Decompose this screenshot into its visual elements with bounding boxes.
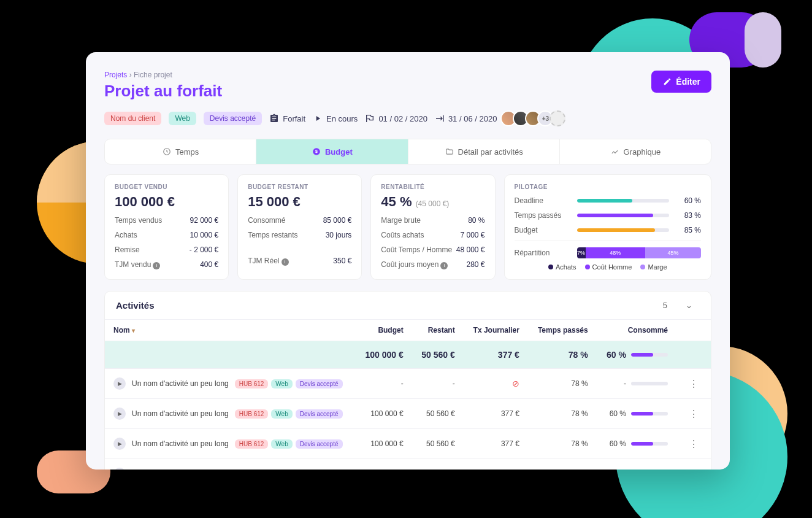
project-card: Projets › Fiche projet Projet au forfait… (86, 52, 730, 470)
expand-button[interactable]: ▶ (113, 408, 126, 420)
meta-state: En cours (313, 114, 358, 123)
svg-text:$: $ (315, 149, 318, 154)
meta-start-date: 01 / 02 / 2020 (365, 114, 427, 123)
activities-table: Nom▾ Budget Restant Tx Journalier Temps … (105, 320, 711, 470)
table-row: ▶Un nom d'activité un peu longHUB 612Web… (105, 459, 711, 470)
kpi-title: PILOTAGE (515, 184, 702, 190)
chip-tech[interactable]: Web (169, 112, 196, 125)
expand-button[interactable]: ▶ (113, 438, 126, 450)
col-restant[interactable]: Restant (412, 320, 464, 341)
chevron-down-icon: ⌄ (686, 301, 692, 310)
folder-icon (445, 147, 454, 157)
tab-detail[interactable]: Détail par activités (408, 139, 560, 164)
chip-status[interactable]: Devis accepté (204, 112, 262, 125)
chip-client[interactable]: Nom du client (104, 112, 161, 125)
kpi-budget-restant: BUDGET RESTANT 15 000 € Consommé85 000 €… (237, 174, 362, 280)
dollar-icon: $ (312, 147, 321, 157)
kpi-title: BUDGET VENDU (115, 184, 218, 190)
col-consomme[interactable]: Consommé (597, 320, 676, 341)
kpi-pilotage: PILOTAGE Deadline60 %Temps passés83 %Bud… (504, 174, 712, 280)
page-title: Projet au forfait (104, 82, 222, 101)
chart-icon (610, 147, 620, 157)
flag-start-icon (365, 114, 375, 123)
avatar-stack[interactable]: +3 (504, 110, 565, 126)
table-row: ▶Un nom d'activité un peu longHUB 612Web… (105, 399, 711, 429)
kpi-budget-vendu: BUDGET VENDU 100 000 € Temps vendus92 00… (104, 174, 229, 280)
edit-button[interactable]: Éditer (651, 71, 711, 93)
col-tx[interactable]: Tx Journalier (464, 320, 528, 341)
col-budget[interactable]: Budget (356, 320, 412, 341)
breadcrumb: Projets › Fiche projet (104, 71, 222, 79)
expand-button[interactable]: ▶ (113, 468, 126, 470)
table-row: ▶Un nom d'activité un peu longHUB 612Web… (105, 429, 711, 459)
pencil-icon (662, 77, 672, 87)
meta-type: Forfait (269, 114, 305, 123)
legend: AchatsCoût HommeMarge (515, 263, 702, 271)
table-total-row: 100 000 €50 560 €377 €78 %60 % (105, 341, 711, 369)
flag-end-icon (435, 114, 445, 123)
kpi-value: 15 000 € (248, 194, 351, 210)
warning-icon: ⊘ (512, 379, 519, 388)
activities-panel: Activités 5⌄ Nom▾ Budget Restant Tx Jour… (104, 291, 711, 470)
tabs: Temps $Budget Détail par activités Graph… (104, 139, 711, 164)
avatar-add[interactable] (550, 110, 565, 126)
sort-icon: ▾ (132, 327, 135, 334)
col-nom[interactable]: Nom▾ (105, 320, 356, 341)
meta-end-date: 31 / 06 / 2020 (435, 114, 497, 123)
pilot-row: Budget85 % (515, 226, 702, 234)
info-icon[interactable]: i (440, 262, 448, 269)
pilot-row: Deadline60 % (515, 196, 702, 205)
tab-temps[interactable]: Temps (105, 139, 256, 164)
kpi-title: RENTABILITÉ (381, 184, 485, 190)
row-menu-button[interactable]: ⋮ (685, 409, 702, 419)
table-row: ▶Un nom d'activité un peu longHUB 612Web… (105, 369, 711, 399)
row-menu-button[interactable]: ⋮ (685, 439, 702, 449)
kpi-value: 45 % (45 000 €) (381, 194, 485, 210)
row-menu-button[interactable]: ⋮ (685, 469, 702, 470)
tab-graphique[interactable]: Graphique (560, 139, 711, 164)
activities-count-dropdown[interactable]: 5⌄ (663, 301, 700, 310)
meta-row: Nom du client Web Devis accepté Forfait … (104, 110, 711, 126)
breadcrumb-current: Fiche projet (134, 71, 172, 79)
kpi-rentabilite: RENTABILITÉ 45 % (45 000 €) Marge brute8… (370, 174, 495, 280)
play-icon (313, 114, 323, 123)
kpi-title: BUDGET RESTANT (248, 184, 351, 190)
row-menu-button[interactable]: ⋮ (685, 379, 702, 389)
tab-budget[interactable]: $Budget (256, 139, 408, 164)
breadcrumb-root[interactable]: Projets (104, 71, 127, 79)
repartition-label: Répartition (515, 249, 570, 257)
clock-icon (162, 147, 172, 157)
activities-title: Activités (116, 300, 155, 311)
info-icon[interactable]: i (282, 258, 289, 266)
expand-button[interactable]: ▶ (113, 377, 126, 390)
clipboard-icon (269, 114, 279, 123)
pilot-row: Temps passés83 % (515, 211, 702, 220)
repartition-bar: 7%48%45% (577, 247, 702, 258)
kpi-value: 100 000 € (115, 194, 218, 210)
col-temps[interactable]: Temps passés (528, 320, 597, 341)
edit-button-label: Éditer (676, 77, 700, 87)
info-icon[interactable]: i (153, 262, 160, 269)
